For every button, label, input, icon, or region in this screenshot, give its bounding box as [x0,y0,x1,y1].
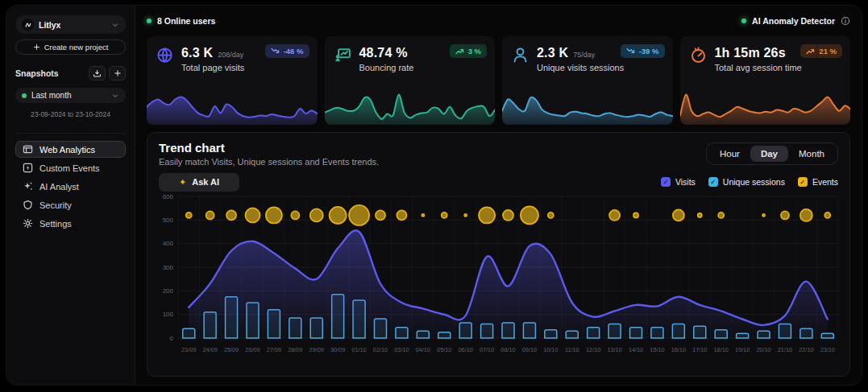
litlyx-logo-icon [22,19,34,31]
events-bubble [226,210,236,220]
online-users: 8 Online users [147,16,215,26]
sidebar: Litlyx Create new project Snapshots [6,6,135,385]
y-axis-tick: 200 [163,287,174,295]
events-bubble [376,210,385,220]
x-axis-tick: 30/09 [330,346,345,353]
online-status-dot [147,19,152,23]
sidebar-item-settings[interactable]: Settings [15,215,126,232]
card-sparkline [325,88,496,125]
add-snapshot-button[interactable] [109,66,126,80]
events-bubble [521,206,538,224]
events-bubble [800,209,812,221]
x-axis-tick: 25/09 [224,346,239,353]
card-value: 6.3 K [181,46,213,60]
x-axis-tick: 08/10 [500,346,515,353]
snapshot-date-range: 23-09-2024 to 23-10-2024 [15,110,126,118]
card-label: Bouncing rate [359,63,414,72]
sidebar-item-web-analytics[interactable]: Web Analytics [15,141,126,158]
trend-chart[interactable]: 010020030040050060023/0924/0925/0926/092… [159,192,841,358]
badge-value: -46 % [284,47,304,56]
sidebar-item-security[interactable]: Security [15,196,126,213]
legend-label: Events [812,177,838,187]
legend-item-events[interactable]: ✓Events [798,177,838,187]
ask-ai-label: Ask AI [192,177,219,187]
events-bubble [266,207,282,223]
card-label: Total page visits [181,63,244,72]
badge-value: 3 % [468,47,481,56]
export-snapshot-button[interactable] [89,66,106,80]
x-axis-tick: 10/10 [543,346,558,353]
badge-value: -39 % [639,47,659,56]
events-bubble [186,213,192,218]
browser-icon [23,144,33,155]
legend-item-unique-sessions[interactable]: ✓Unique sessions [708,177,785,187]
main-content: 8 Online users AI Anomaly Detector -46 %… [135,6,862,385]
legend-label: Visits [675,177,696,187]
plus-icon [33,43,40,51]
sparkle-icon: ✦ [179,177,186,188]
x-axis-tick: 16/10 [671,346,686,353]
x-axis-tick: 20/10 [756,346,770,353]
sidebar-item-ai-analyst[interactable]: AI Analyst [15,178,126,195]
events-bubble [762,214,765,217]
events-bubble [781,211,789,219]
legend-checkbox[interactable]: ✓ [661,177,671,187]
events-bubble [206,211,214,219]
x-axis-tick: 03/10 [394,346,409,353]
project-selector[interactable]: Litlyx [15,15,126,34]
snapshot-selector[interactable]: Last month [15,88,126,103]
x-axis-tick: 07/10 [480,346,494,353]
legend-checkbox[interactable]: ✓ [708,177,718,187]
x-axis-tick: 24/09 [202,346,217,353]
events-bubble [349,205,369,225]
create-project-button[interactable]: Create new project [15,39,126,55]
globe-icon [156,47,174,64]
ask-ai-button[interactable]: ✦ Ask AI [159,173,239,192]
snapshots-label: Snapshots [15,68,59,78]
info-icon[interactable] [841,16,850,26]
events-bubble [698,213,702,217]
sidebar-item-custom-events[interactable]: Custom Events [15,159,126,176]
x-axis-tick: 23/10 [820,346,835,353]
sidebar-item-label: Security [39,200,72,210]
sidebar-item-label: Settings [39,219,72,229]
badge-value: 21 % [819,47,837,56]
events-bubble [397,210,406,220]
anomaly-detector-label: AI Anomaly Detector [752,16,835,26]
create-project-label: Create new project [44,43,109,52]
project-name: Litlyx [39,20,106,30]
events-bubble [245,208,260,222]
x-axis-tick: 29/09 [309,346,324,353]
stat-card-2: -39 %2.3 K75/dayUnique visits sessions [502,36,673,125]
chevron-down-icon [111,21,119,29]
trend-badge: -46 % [265,44,309,58]
events-bubble [422,214,424,217]
x-axis-tick: 23/09 [181,346,196,353]
chevron-down-icon [111,92,119,100]
y-axis-tick: 0 [170,335,174,342]
events-bubble [291,211,299,219]
legend-item-visits[interactable]: ✓Visits [661,177,696,187]
x-axis-tick: 05/10 [437,346,451,353]
events-bubble [442,213,447,218]
chart-legend: ✓Visits✓Unique sessions✓Events [661,177,838,187]
app-window: Litlyx Create new project Snapshots [6,5,862,386]
legend-checkbox[interactable]: ✓ [798,177,808,187]
shield-icon [23,200,33,210]
stat-card-0: -46 %6.3 K208/dayTotal page visits [147,36,318,125]
sidebar-item-label: Custom Events [39,163,100,173]
range-option-month[interactable]: Month [788,146,835,162]
y-axis-tick: 500 [163,217,174,224]
y-axis-tick: 400 [163,240,174,247]
events-bubble [548,213,554,218]
range-option-day[interactable]: Day [750,146,788,162]
ai-anomaly-detector: AI Anomaly Detector [741,16,850,26]
legend-label: Unique sessions [723,177,785,187]
events-bubble [310,208,323,221]
range-option-hour[interactable]: Hour [709,146,750,162]
events-bubble [673,209,684,221]
gear-icon [23,218,33,229]
person-icon [512,47,530,64]
card-label: Total avg session time [715,63,802,72]
events-bubble [479,207,495,223]
